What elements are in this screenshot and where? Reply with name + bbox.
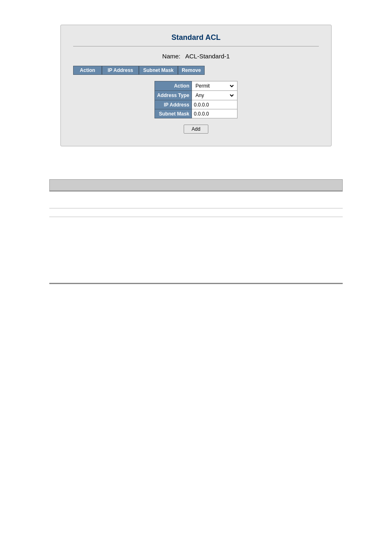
subnet-mask-value-cell — [191, 109, 237, 118]
acl-card: Standard ACL Name: ACL-Standard-1 Action… — [60, 25, 332, 146]
form-row-subnet-mask: Subnet Mask — [155, 109, 237, 118]
th-action: Action — [73, 66, 102, 75]
spacer-1 — [49, 192, 343, 208]
th-ip-address: IP Address — [102, 66, 139, 75]
form-row-action: Action Permit Deny — [155, 81, 237, 91]
acl-title-divider — [73, 46, 319, 46]
add-button[interactable]: Add — [184, 125, 208, 134]
ip-address-value-cell — [191, 100, 237, 109]
acl-table-header: Action IP Address Subnet Mask Remove — [73, 66, 319, 75]
add-button-row: Add — [73, 125, 319, 134]
bottom-header-bar — [49, 179, 343, 191]
ip-address-input[interactable] — [194, 102, 235, 108]
form-row-address-type: Address Type Any Host Network — [155, 91, 237, 100]
acl-name-display: Name: ACL-Standard-1 — [73, 53, 319, 60]
acl-card-title: Standard ACL — [73, 33, 319, 42]
acl-form-table: Action Permit Deny Address Type Any Host — [154, 81, 237, 118]
ip-address-label: IP Address — [155, 100, 191, 109]
subnet-mask-label: Subnet Mask — [155, 109, 191, 118]
action-label: Action — [155, 81, 191, 91]
acl-name-label: Name: — [162, 53, 180, 60]
page-wrapper: Standard ACL Name: ACL-Standard-1 Action… — [0, 0, 392, 555]
address-type-select[interactable]: Any Host Network — [194, 92, 235, 99]
acl-name-value: ACL-Standard-1 — [185, 53, 230, 60]
th-subnet-mask: Subnet Mask — [139, 66, 178, 75]
bottom-footer-bar — [49, 283, 343, 285]
address-type-value-cell: Any Host Network — [191, 91, 237, 100]
address-type-label: Address Type — [155, 91, 191, 100]
subnet-mask-input[interactable] — [194, 111, 235, 117]
action-select[interactable]: Permit Deny — [194, 83, 235, 89]
spacer-2 — [49, 208, 343, 217]
bottom-section — [49, 179, 343, 285]
th-remove: Remove — [178, 66, 205, 75]
spacer-3 — [49, 217, 343, 234]
form-row-ip-address: IP Address — [155, 100, 237, 109]
action-value-cell: Permit Deny — [191, 81, 237, 91]
